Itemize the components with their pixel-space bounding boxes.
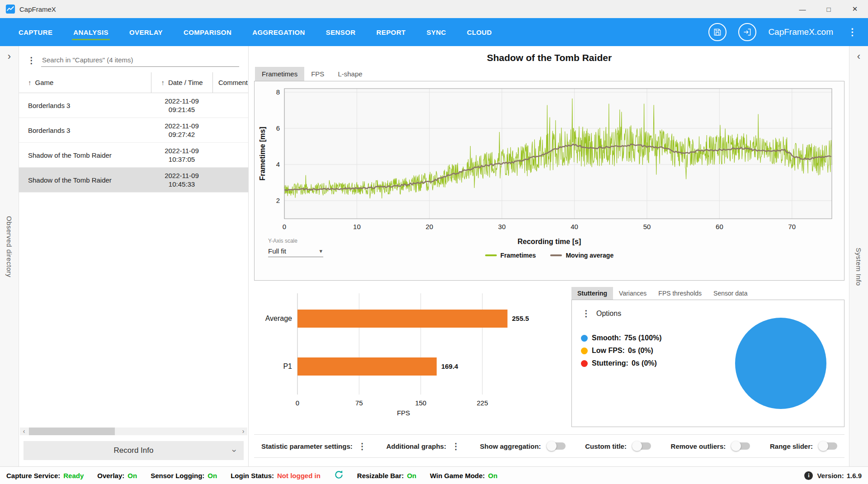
stuttering-panel: Stuttering Variances FPS thresholds Sens… <box>571 287 844 427</box>
svg-text:75: 75 <box>355 399 363 407</box>
chart-legend: Frametimes Moving average <box>257 252 841 259</box>
info-icon[interactable]: i <box>804 471 813 480</box>
tab-overlay[interactable]: OVERLAY <box>119 18 173 46</box>
svg-text:2: 2 <box>276 197 280 204</box>
column-header-game[interactable]: ↑ Game <box>19 72 151 93</box>
tab-aggregation[interactable]: AGGREGATION <box>242 18 316 46</box>
legend-smooth: Smooth: 75s (100%) <box>581 334 726 342</box>
captures-menu-button[interactable]: ⋮ <box>27 56 36 65</box>
capture-row-selected[interactable]: Shadow of the Tomb Raider 2022-11-0910:4… <box>19 168 248 193</box>
tab-comparison[interactable]: COMPARISON <box>173 18 242 46</box>
custom-title-toggle[interactable] <box>632 442 651 450</box>
analysis-controls-row: Statistic parameter settings: ⋮ Addition… <box>254 434 844 458</box>
tab-lshape[interactable]: L-shape <box>331 67 369 81</box>
remove-outliers-toggle[interactable] <box>731 442 750 450</box>
frametime-chart-box: 0102030405060702468Frametime [ms] Y-Axis… <box>254 81 844 281</box>
frametime-chart: 0102030405060702468Frametime [ms] <box>257 85 838 234</box>
chart-tabs: Frametimes FPS L-shape <box>255 67 844 81</box>
minimize-button[interactable]: — <box>789 0 816 18</box>
caret-down-icon: ▾ <box>319 248 322 254</box>
svg-text:8: 8 <box>276 88 280 96</box>
show-aggregation-label: Show aggregation: <box>480 442 541 450</box>
tab-cloud[interactable]: CLOUD <box>457 18 502 46</box>
maximize-button[interactable]: □ <box>816 0 842 18</box>
svg-text:4: 4 <box>276 160 280 168</box>
svg-text:30: 30 <box>498 223 506 230</box>
win-game-mode-status: Win Game Mode: On <box>430 472 497 479</box>
tab-fps-thresholds[interactable]: FPS thresholds <box>652 287 708 300</box>
scrollbar-thumb[interactable] <box>29 428 115 435</box>
legend-moving-average: Moving average <box>550 252 613 259</box>
svg-text:225: 225 <box>476 399 488 407</box>
tab-stuttering[interactable]: Stuttering <box>571 287 613 300</box>
capture-row[interactable]: Borderlands 3 2022-11-0909:27:42 <box>19 118 248 143</box>
column-header-comment[interactable]: Comment <box>212 72 248 93</box>
column-header-date-time[interactable]: ↑ Date / Time <box>151 72 212 93</box>
captures-panel: ⋮ ↑ Game ↑ Date / Time Comment Borderlan… <box>19 46 249 466</box>
tab-fps[interactable]: FPS <box>304 67 331 81</box>
tab-report[interactable]: REPORT <box>366 18 416 46</box>
sync-icon[interactable] <box>334 470 344 481</box>
range-slider-label: Range slider: <box>770 442 813 450</box>
window-title: CapFrameX <box>19 5 56 13</box>
observed-directory-label: Observed directory <box>5 216 13 277</box>
nav-menu-button[interactable]: ⋮ <box>845 27 860 38</box>
login-icon <box>743 28 752 37</box>
captures-table-header: ↑ Game ↑ Date / Time Comment <box>19 72 248 93</box>
expand-system-info-button[interactable]: ‹ <box>857 46 860 67</box>
capframex-window: CapFrameX — □ ✕ CAPTURE ANALYSIS OVERLAY… <box>0 0 868 484</box>
statistic-settings-menu-button[interactable]: ⋮ <box>358 442 367 451</box>
login-status: Login Status: Not logged in <box>231 472 321 479</box>
capture-row[interactable]: Borderlands 3 2022-11-0909:21:45 <box>19 93 248 118</box>
stuttering-card: ⋮ Options Smooth: 75s (100%) <box>571 300 844 427</box>
tab-sensor[interactable]: SENSOR <box>316 18 366 46</box>
range-slider-toggle[interactable] <box>818 442 837 450</box>
scroll-left-button[interactable]: ‹ <box>20 428 28 435</box>
svg-text:60: 60 <box>716 223 723 230</box>
titlebar: CapFrameX — □ ✕ <box>0 0 868 18</box>
legend-low-fps: Low FPS: 0s (0%) <box>581 347 726 355</box>
expand-directory-button[interactable]: › <box>8 46 11 67</box>
app-icon <box>5 4 15 14</box>
tab-analysis[interactable]: ANALYSIS <box>63 18 119 46</box>
save-button[interactable] <box>708 23 726 41</box>
options-menu-button[interactable]: ⋮ <box>582 309 590 318</box>
svg-text:10: 10 <box>353 223 361 230</box>
close-button[interactable]: ✕ <box>842 0 868 18</box>
tab-variances[interactable]: Variances <box>613 287 652 300</box>
svg-text:20: 20 <box>425 223 433 230</box>
capframex-site-link[interactable]: CapFrameX.com <box>768 27 833 37</box>
version-info: Version: 1.6.9 <box>817 472 862 479</box>
record-info-expander[interactable]: Record Info › <box>24 441 244 460</box>
moving-average-swatch <box>550 254 562 256</box>
tab-capture[interactable]: CAPTURE <box>8 18 63 46</box>
svg-text:50: 50 <box>643 223 651 230</box>
svg-text:70: 70 <box>788 223 796 230</box>
login-button[interactable] <box>738 23 756 41</box>
page-title: Shadow of the Tomb Raider <box>254 52 844 63</box>
fps-bar-chart: Average255.5P1169.4075150225FPS <box>254 287 566 427</box>
overlay-status: Overlay: On <box>97 472 137 479</box>
scroll-right-button[interactable]: › <box>239 428 247 435</box>
search-input[interactable] <box>41 53 239 67</box>
tab-sensor-data[interactable]: Sensor data <box>708 287 754 300</box>
show-aggregation-toggle[interactable] <box>547 442 566 450</box>
sort-ascending-icon: ↑ <box>161 79 165 86</box>
additional-graphs-menu-button[interactable]: ⋮ <box>452 442 460 451</box>
system-info-label: System Info <box>855 248 863 286</box>
svg-text:6: 6 <box>276 124 280 132</box>
observed-directory-strip: › Observed directory <box>0 46 19 466</box>
y-axis-scale-select[interactable]: Full fit ▾ <box>268 245 323 257</box>
svg-text:0: 0 <box>296 399 299 407</box>
capture-row[interactable]: Shadow of the Tomb Raider 2022-11-0910:3… <box>19 143 248 168</box>
stuttering-legend: Smooth: 75s (100%) Low FPS: 0s (0%) <box>581 334 726 367</box>
horizontal-scrollbar[interactable]: ‹ › <box>20 428 247 435</box>
sensor-logging-status: Sensor Logging: On <box>151 472 217 479</box>
stuttering-pie-chart <box>726 305 835 421</box>
content-area: › Observed directory ⋮ ↑ Game ↑ Date / T… <box>0 46 868 466</box>
tab-frametimes[interactable]: Frametimes <box>255 67 304 81</box>
legend-frametimes: Frametimes <box>485 252 536 259</box>
options-label: Options <box>596 310 621 318</box>
svg-text:FPS: FPS <box>397 409 410 417</box>
tab-sync[interactable]: SYNC <box>416 18 456 46</box>
